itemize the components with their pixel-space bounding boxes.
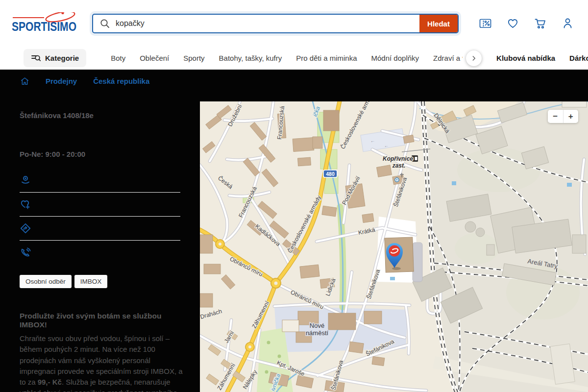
search-icon [93,15,110,32]
store-favorite-row[interactable] [20,193,180,217]
zoom-in-button[interactable]: + [564,110,579,123]
search-button[interactable]: Hledat [419,15,458,32]
nav-item-klubova-nabidka[interactable]: Klubová nabídka [496,54,555,62]
store-service-tags: Osobní odběr IMBOX [20,275,107,288]
store-location-row[interactable] [20,169,180,193]
heart-plus-icon [20,198,31,210]
tag-osobni-odber: Osobní odběr [20,275,72,288]
logo-swoosh-dot [61,12,64,14]
marker-logo-circle [389,245,400,257]
search-input[interactable] [110,15,419,32]
chevron-right-icon [470,55,477,62]
nav-item-modni-doplnky[interactable]: Módní doplňky [371,54,419,62]
phone-icon [20,247,31,259]
breadcrumb-ceska-republika[interactable]: Česká republika [93,77,149,85]
location-pin-icon [20,174,31,186]
store-action-list [20,169,180,265]
account-icon[interactable] [561,17,574,30]
nav-item-sporty[interactable]: Sporty [183,54,204,62]
tag-imbox: IMBOX [74,275,108,288]
store-directions-row[interactable] [20,217,180,241]
svg-text:←: ← [370,138,376,144]
map-zoom-controls: − + [548,110,578,123]
main-nav: Kategorie Boty Oblečení Sporty Batohy, t… [0,47,588,70]
breadcrumb: Prodejny Česká republika [20,76,149,86]
breadcrumb-prodejny[interactable]: Prodejny [46,77,77,85]
nav-item-pro-deti[interactable]: Pro děti a miminka [296,54,357,62]
list-search-icon [31,53,41,63]
imbox-description: Chraňte svou obuv před vodou, špínou i s… [20,333,183,392]
svg-text:zast.: zast. [392,162,406,169]
svg-text:←: ← [384,143,390,148]
header-actions [479,17,574,30]
svg-text:480: 480 [326,171,335,177]
header: SPORTISIMO Hledat [0,0,588,47]
store-map[interactable]: − + [200,101,588,392]
imbox-heading: Prodlužte život svým botám se službou IM… [20,312,181,329]
nav-item-obleceni[interactable]: Oblečení [140,54,169,62]
categories-button[interactable]: Kategorie [24,49,86,67]
cart-icon[interactable] [534,17,547,30]
svg-text:Kopřivnice: Kopřivnice [383,155,413,162]
wishlist-icon[interactable] [506,17,519,30]
logo-text: SPORTISIMO [12,19,76,34]
store-address: Štefánikova 1408/18e [20,111,94,120]
zoom-out-button[interactable]: − [548,110,564,123]
nav-item-zdravi[interactable]: Zdraví a výživa [433,54,463,62]
store-opening-hours: Po-Ne: 9:00 - 20:00 [20,150,85,158]
svg-text:Nové: Nové [310,322,324,329]
search-bar: Hledat [92,14,459,33]
nav-item-boty[interactable]: Boty [111,54,125,62]
sportisimo-logo[interactable]: SPORTISIMO [12,12,77,34]
directions-icon [20,222,31,234]
map-canvas[interactable]: ← ← Družební Francouzská Francouzská Čes… [200,101,588,392]
svg-text:náměstí: náměstí [306,329,329,337]
store-detail-section: Prodejny Česká republika Štefánikova 140… [0,70,588,392]
nav-items: Boty Oblečení Sporty Batohy, tašky, kufr… [111,50,588,66]
home-icon[interactable] [20,76,29,86]
categories-label: Kategorie [45,54,79,62]
nav-item-batohy[interactable]: Batohy, tašky, kufry [219,54,282,62]
nav-scroll-right-button[interactable] [466,50,482,66]
store-phone-row[interactable] [20,241,180,265]
imbox-price: 99,- Kč [38,378,62,386]
voucher-icon[interactable] [479,17,492,30]
road-badge-480: 480 [323,170,337,177]
nav-item-darkova-karta[interactable]: Dárková karta [569,54,588,62]
